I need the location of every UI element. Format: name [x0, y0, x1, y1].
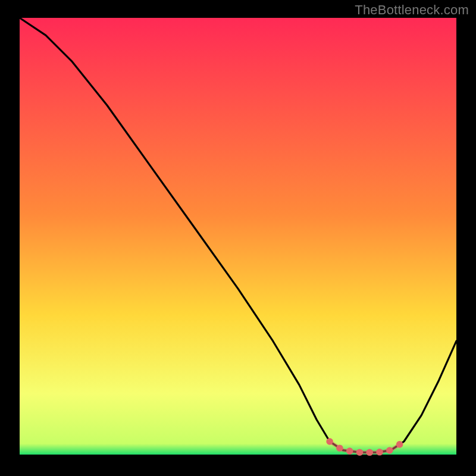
watermark-text: TheBottleneck.com — [355, 2, 469, 18]
chart-frame: TheBottleneck.com — [0, 0, 476, 476]
chart-canvas — [0, 0, 476, 476]
plot-area — [20, 18, 456, 455]
